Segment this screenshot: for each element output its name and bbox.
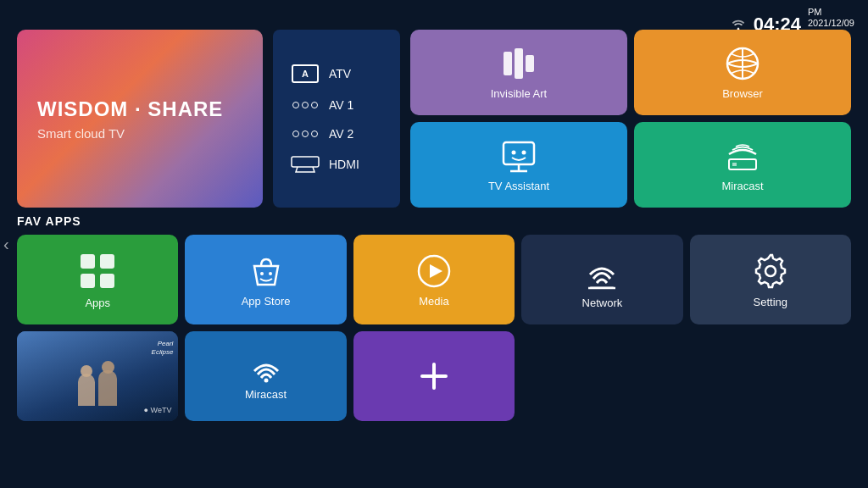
fav-tile-apps-label: Apps — [85, 297, 110, 309]
source-item-av2[interactable]: AV 2 — [287, 125, 387, 142]
svg-rect-14 — [100, 254, 114, 269]
svg-rect-2 — [515, 48, 523, 79]
tile-miracast-top-label: Miracast — [721, 180, 763, 192]
tile-invisible-art-label: Invisible Art — [491, 87, 547, 100]
svg-rect-22 — [590, 286, 614, 289]
fav-tile-apps[interactable]: Apps — [17, 235, 178, 324]
time-period: PM — [808, 7, 822, 17]
date-display: 2021/12/09 — [808, 17, 854, 30]
browser-icon — [724, 45, 761, 82]
svg-rect-1 — [504, 52, 512, 75]
tile-tv-assistant-label: TV Assistant — [488, 180, 549, 192]
miracast-bot-icon — [248, 352, 285, 383]
top-app-grid: Invisible Art Browser — [410, 30, 851, 208]
svg-point-10 — [522, 151, 526, 155]
source-label-av2: AV 2 — [329, 127, 353, 141]
source-item-av1[interactable]: AV 1 — [287, 97, 387, 114]
hdmi-icon — [290, 156, 320, 173]
fav-tile-network[interactable]: Network — [521, 235, 682, 324]
webtv-show-title: PearlEclipse — [152, 340, 174, 356]
av2-icon — [290, 130, 320, 137]
invisible-art-icon — [500, 45, 537, 82]
fav-section: FAV APPS Apps — [17, 214, 851, 421]
media-icon — [415, 252, 453, 290]
svg-point-23 — [765, 266, 776, 276]
fav-section-label: FAV APPS — [17, 214, 851, 228]
svg-point-17 — [260, 272, 264, 275]
fav-tile-media-label: Media — [419, 295, 448, 308]
svg-rect-16 — [100, 274, 114, 288]
fav-tile-appstore-label: App Store — [242, 295, 291, 308]
fav-tile-network-label: Network — [582, 297, 623, 309]
svg-rect-3 — [526, 55, 534, 72]
svg-rect-0 — [292, 157, 319, 167]
tile-invisible-art[interactable]: Invisible Art — [410, 30, 627, 115]
svg-point-24 — [264, 378, 268, 382]
fav-tile-add[interactable] — [353, 331, 515, 421]
svg-point-9 — [512, 151, 516, 155]
source-label-atv: ATV — [329, 67, 351, 80]
tile-browser-label: Browser — [722, 87, 763, 100]
source-menu: A ATV AV 1 — [273, 30, 400, 208]
miracast-top-icon — [724, 137, 761, 175]
svg-point-18 — [269, 272, 272, 275]
tile-browser[interactable]: Browser — [634, 30, 851, 115]
network-icon — [581, 251, 622, 291]
source-label-hdmi: HDMI — [329, 158, 359, 171]
fav-apps-grid: Apps App Store — [17, 235, 851, 421]
svg-rect-12 — [732, 163, 737, 166]
wetv-logo: ● WeTV — [144, 406, 172, 414]
tv-assistant-icon — [500, 137, 537, 175]
svg-rect-15 — [81, 274, 95, 288]
add-icon — [415, 358, 453, 395]
atv-icon: A — [290, 64, 320, 83]
svg-rect-6 — [504, 142, 534, 164]
setting-icon — [751, 252, 790, 291]
banner-subtitle: Smart cloud TV — [37, 126, 242, 141]
fav-tile-miracast-label: Miracast — [245, 388, 287, 401]
tile-miracast-top[interactable]: Miracast — [634, 122, 851, 208]
apps-icon — [77, 251, 118, 291]
left-arrow[interactable]: ‹ — [3, 235, 9, 254]
source-label-av1: AV 1 — [329, 98, 353, 112]
source-item-hdmi[interactable]: HDMI — [287, 154, 387, 175]
svg-rect-13 — [81, 254, 95, 269]
fav-tile-appstore[interactable]: App Store — [185, 235, 346, 324]
fav-tile-setting[interactable]: Setting — [690, 235, 851, 324]
banner: WISDOM · SHARE Smart cloud TV — [17, 30, 263, 208]
banner-title: WISDOM · SHARE — [37, 97, 242, 121]
main-container: WISDOM · SHARE Smart cloud TV A ATV — [17, 30, 851, 480]
tile-tv-assistant[interactable]: TV Assistant — [410, 122, 627, 208]
fav-tile-webtv[interactable]: PearlEclipse ● WeTV — [17, 331, 178, 421]
top-section: WISDOM · SHARE Smart cloud TV A ATV — [17, 30, 851, 208]
fav-tile-media[interactable]: Media — [353, 235, 515, 324]
av1-icon — [290, 102, 320, 108]
webtv-thumbnail: PearlEclipse ● WeTV — [17, 331, 178, 421]
svg-marker-20 — [430, 264, 442, 278]
fav-tile-miracast[interactable]: Miracast — [185, 331, 346, 421]
appstore-icon — [248, 252, 285, 290]
source-item-atv[interactable]: A ATV — [287, 63, 387, 85]
fav-tile-setting-label: Setting — [754, 296, 787, 308]
